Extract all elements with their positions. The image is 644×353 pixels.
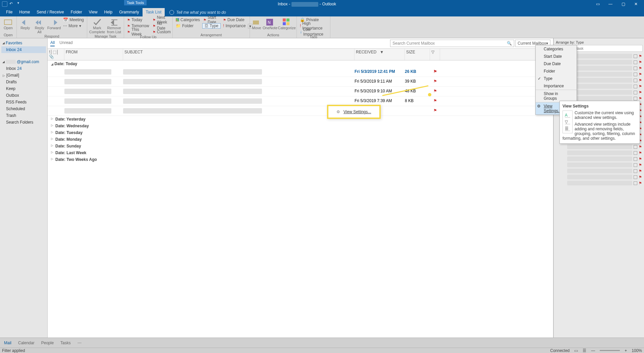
- tab-file[interactable]: File: [3, 8, 16, 16]
- zoom-in-icon[interactable]: +: [625, 348, 627, 353]
- tab-grammarly[interactable]: Grammarly: [116, 8, 142, 16]
- more-icon: ⋯: [63, 24, 67, 28]
- group-header[interactable]: ▷ Date: Tuesday: [48, 129, 553, 136]
- task-item[interactable]: ⚑: [555, 150, 643, 156]
- nav-more[interactable]: ⋯: [77, 341, 82, 345]
- nav-inbox[interactable]: Inbox24: [1, 65, 46, 72]
- account-redacted: [291, 2, 318, 7]
- qat-dropdown-icon[interactable]: ▼: [17, 1, 22, 7]
- check-icon: [93, 18, 102, 26]
- custom-flag-button[interactable]: ⚑Custom: [152, 29, 172, 35]
- tab-send-receive[interactable]: Send / Receive: [33, 8, 67, 16]
- view-reading-icon[interactable]: ☰: [583, 348, 586, 353]
- nav-gmail[interactable]: ▷[Gmail]: [1, 72, 46, 79]
- task-item[interactable]: ⚑: [555, 180, 643, 186]
- maximize-icon[interactable]: ▢: [617, 2, 629, 6]
- nav-drafts[interactable]: Drafts: [1, 79, 46, 85]
- arrange-categories[interactable]: Categories: [175, 17, 201, 23]
- favorites-header[interactable]: ◢Favorites: [1, 40, 46, 46]
- group-header[interactable]: ▷ Date: Sunday: [48, 143, 553, 149]
- ribbon-display-icon[interactable]: ▭: [592, 2, 604, 6]
- group-header[interactable]: ▷ Date: Yesterday: [48, 116, 553, 123]
- arrange-start-date[interactable]: ⚑Start Date: [202, 17, 221, 23]
- tab-folder[interactable]: Folder: [67, 8, 86, 16]
- no-date-button[interactable]: ⚑No Date: [152, 23, 172, 29]
- task-item[interactable]: ⚑: [555, 156, 643, 162]
- reply-all-button[interactable]: Reply All: [33, 17, 46, 34]
- message-row[interactable]: Fri 5/3/2019⚑: [48, 106, 553, 116]
- message-row[interactable]: Fri 5/3/2019 9:11 AM39 KB⚑: [48, 77, 553, 87]
- group-header[interactable]: ▷ Date: Two Weeks Ago: [48, 156, 553, 163]
- meeting-button[interactable]: 📅Meeting: [62, 17, 85, 23]
- undo-icon[interactable]: ↶: [9, 1, 15, 7]
- nav-tasks[interactable]: Tasks: [60, 341, 71, 345]
- navigation-bar: Mail Calendar People Tasks ⋯: [0, 338, 644, 348]
- folder-icon: 📁: [176, 24, 181, 28]
- task-item[interactable]: ⚑: [555, 162, 643, 168]
- nav-keep[interactable]: Keep: [1, 85, 46, 92]
- zoom-out-icon[interactable]: —: [591, 348, 595, 353]
- arrange-by-header[interactable]: Arrange by: Type: [555, 40, 643, 45]
- remove-from-list-button[interactable]: Remove from List: [106, 17, 122, 34]
- nav-search-folders[interactable]: Search Folders: [1, 119, 46, 126]
- nav-outbox[interactable]: Outbox: [1, 92, 46, 99]
- task-item[interactable]: ⚑: [555, 168, 643, 174]
- filter-unread[interactable]: Unread: [59, 40, 72, 46]
- account-header[interactable]: ◢@gmail.com: [1, 58, 46, 65]
- move-button[interactable]: Move: [252, 17, 261, 30]
- menu-type[interactable]: Type: [536, 75, 577, 82]
- menu-folder[interactable]: Folder: [536, 68, 577, 75]
- nav-inbox-favorite[interactable]: Inbox24: [1, 46, 46, 53]
- menu-show-in-groups[interactable]: Show in Groups: [536, 90, 577, 102]
- nav-trash[interactable]: Trash: [1, 112, 46, 119]
- menu-due-date[interactable]: Due Date: [536, 60, 577, 68]
- group-header[interactable]: ▷ Date: Last Week: [48, 149, 553, 156]
- more-respond-button[interactable]: ⋯More ▾: [62, 23, 85, 29]
- menu-start-date[interactable]: Start Date: [536, 53, 577, 60]
- minimize-icon[interactable]: —: [604, 2, 616, 6]
- this-week-button[interactable]: ⚑This Week: [126, 29, 150, 35]
- ribbon: Open Open Reply Reply All Forward 📅Meeti…: [0, 16, 644, 38]
- arrange-type[interactable]: ☲Type: [202, 23, 221, 29]
- task-item[interactable]: ⚑: [555, 144, 643, 150]
- tab-home[interactable]: Home: [16, 8, 33, 16]
- search-icon[interactable]: 🔍: [507, 41, 512, 46]
- nav-people[interactable]: People: [41, 341, 54, 345]
- group-header[interactable]: ▷ Date: Monday: [48, 136, 553, 143]
- autosave-icon[interactable]: [2, 1, 7, 7]
- search-input[interactable]: Search Current Mailbox🔍: [390, 40, 514, 47]
- nav-scheduled[interactable]: Scheduled: [1, 105, 46, 112]
- group-today[interactable]: ◢ Date: Today: [48, 60, 553, 67]
- mark-complete-button[interactable]: Mark Complete: [89, 17, 105, 34]
- reply-button[interactable]: Reply: [19, 17, 32, 34]
- group-header[interactable]: ▷ Date: Wednesday: [48, 123, 553, 129]
- view-normal-icon[interactable]: ▭: [574, 348, 578, 353]
- menu-categories[interactable]: Categories: [536, 45, 577, 53]
- task-item[interactable]: ⚑: [555, 174, 643, 180]
- menu-importance[interactable]: Importance: [536, 82, 577, 90]
- calendar-icon: 📅: [63, 17, 68, 22]
- open-button[interactable]: Open: [2, 17, 14, 30]
- zoom-slider[interactable]: [600, 350, 620, 351]
- column-headers[interactable]: !│⬚│📎 FROM SUBJECT RECEIVED ▼ SIZE ▽: [48, 48, 553, 60]
- forward-button[interactable]: Forward: [47, 17, 61, 34]
- tab-help[interactable]: Help: [101, 8, 116, 16]
- tab-view[interactable]: View: [86, 8, 101, 16]
- arrange-due-date[interactable]: ⚑Due Date: [222, 17, 247, 23]
- gear-icon: ⚙: [537, 104, 541, 108]
- low-importance-button[interactable]: ↓Low Importance: [299, 29, 328, 35]
- flag-icon: ⚑: [223, 18, 226, 22]
- message-row[interactable]: Fri 5/3/2019 7:39 AM8 KB⚑: [48, 96, 553, 106]
- nav-mail[interactable]: Mail: [4, 341, 11, 345]
- message-row[interactable]: Fri 5/3/2019 9:10 AM48 KB⚑: [48, 87, 553, 96]
- close-icon[interactable]: ✕: [630, 2, 642, 6]
- today-button[interactable]: ⚑Today: [126, 17, 150, 23]
- filter-all[interactable]: All: [50, 40, 55, 46]
- arrange-folder[interactable]: 📁Folder: [175, 23, 201, 29]
- nav-rss[interactable]: RSS Feeds: [1, 99, 46, 105]
- onenote-button[interactable]: NOneNote: [263, 17, 277, 30]
- arrange-importance[interactable]: !Importance: [222, 23, 247, 29]
- message-row[interactable]: Fri 5/3/2019 12:41 PM26 KB⚑: [48, 67, 553, 77]
- nav-calendar[interactable]: Calendar: [18, 341, 35, 345]
- categorize-button[interactable]: Categorize: [279, 17, 295, 30]
